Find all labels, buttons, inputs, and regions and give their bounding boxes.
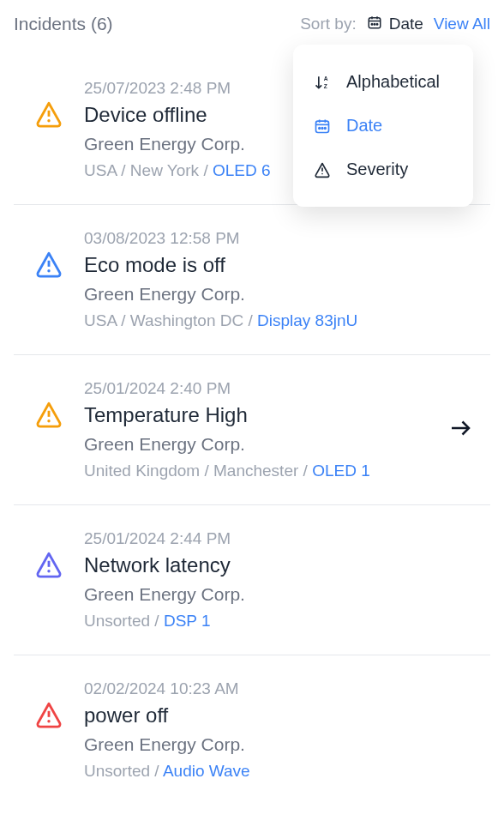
incident-company: Green Energy Corp. xyxy=(84,284,480,305)
page-title: Incidents (6) xyxy=(14,14,113,34)
incident-title: Eco mode is off xyxy=(84,253,480,277)
sort-by-label: Sort by: xyxy=(300,15,356,33)
device-link[interactable]: Audio Wave xyxy=(163,762,250,780)
incident-location: USA / Washington DC / Display 83jnU xyxy=(84,311,480,330)
svg-point-24 xyxy=(47,420,50,422)
incident-location: Unsorted / DSP 1 xyxy=(84,612,480,631)
calendar-icon xyxy=(314,118,333,135)
incident-row[interactable]: 03/08/2023 12:58 PM Eco mode is off Gree… xyxy=(14,205,490,355)
sort-option-severity[interactable]: Severity xyxy=(293,148,473,191)
dropdown-label: Alphabetical xyxy=(346,72,440,92)
svg-point-14 xyxy=(319,127,321,129)
severity-icon xyxy=(34,550,63,583)
svg-point-16 xyxy=(325,127,327,129)
device-link[interactable]: OLED 1 xyxy=(312,462,370,480)
svg-point-27 xyxy=(47,570,50,572)
header-actions: Sort by: Date View All xyxy=(300,15,490,34)
incident-company: Green Energy Corp. xyxy=(84,584,480,605)
location-path: USA / New York / xyxy=(84,161,213,179)
device-link[interactable]: OLED 6 xyxy=(213,161,271,179)
svg-point-18 xyxy=(321,172,323,174)
incident-content: 25/01/2024 2:40 PM Temperature High Gree… xyxy=(84,379,480,480)
svg-point-5 xyxy=(374,23,375,25)
incident-row[interactable]: 25/01/2024 2:44 PM Network latency Green… xyxy=(14,505,490,655)
sort-value: Date xyxy=(389,15,423,33)
incident-title: Network latency xyxy=(84,553,480,577)
incident-title: Temperature High xyxy=(84,403,480,427)
location-path: Unsorted / xyxy=(84,612,164,630)
incident-location: United Kingdom / Manchester / OLED 1 xyxy=(84,462,480,480)
incidents-header: Incidents (6) Sort by: Date View All xyxy=(14,14,490,34)
sort-dropdown: AZ Alphabetical Date Severity xyxy=(293,45,473,207)
incident-timestamp: 25/01/2024 2:40 PM xyxy=(84,379,480,398)
incident-timestamp: 25/01/2024 2:44 PM xyxy=(84,529,480,548)
svg-text:A: A xyxy=(324,75,328,81)
calendar-icon xyxy=(367,15,382,34)
sort-az-icon: AZ xyxy=(314,74,333,91)
svg-point-22 xyxy=(47,269,50,272)
severity-icon xyxy=(34,700,63,733)
incident-location: Unsorted / Audio Wave xyxy=(84,762,480,781)
device-link[interactable]: DSP 1 xyxy=(164,612,211,630)
location-path: Unsorted / xyxy=(84,762,163,780)
incident-content: 02/02/2024 10:23 AM power off Green Ener… xyxy=(84,679,480,781)
sort-option-alphabetical[interactable]: AZ Alphabetical xyxy=(293,60,473,104)
incident-content: 03/08/2023 12:58 PM Eco mode is off Gree… xyxy=(84,229,480,330)
severity-icon xyxy=(34,250,63,282)
svg-point-15 xyxy=(321,127,323,129)
severity-icon xyxy=(34,100,63,132)
dropdown-label: Severity xyxy=(346,160,408,179)
dropdown-label: Date xyxy=(346,116,382,136)
svg-point-6 xyxy=(376,23,378,25)
svg-point-20 xyxy=(47,119,50,122)
incident-company: Green Energy Corp. xyxy=(84,734,480,755)
svg-point-29 xyxy=(47,720,50,722)
location-path: United Kingdom / Manchester / xyxy=(84,462,312,480)
sort-button[interactable]: Date xyxy=(367,15,423,34)
svg-text:Z: Z xyxy=(324,82,327,88)
location-path: USA / Washington DC / xyxy=(84,311,257,329)
view-all-link[interactable]: View All xyxy=(434,15,490,33)
incident-row[interactable]: 02/02/2024 10:23 AM power off Green Ener… xyxy=(14,655,490,805)
arrow-right-icon[interactable] xyxy=(447,415,473,444)
svg-point-4 xyxy=(371,23,373,25)
incident-title: power off xyxy=(84,703,480,727)
incident-timestamp: 03/08/2023 12:58 PM xyxy=(84,229,480,248)
incident-content: 25/01/2024 2:44 PM Network latency Green… xyxy=(84,529,480,631)
device-link[interactable]: Display 83jnU xyxy=(257,311,357,329)
incident-row[interactable]: 25/01/2024 2:40 PM Temperature High Gree… xyxy=(14,355,490,505)
sort-option-date[interactable]: Date xyxy=(293,104,473,148)
severity-icon xyxy=(34,400,63,432)
incident-company: Green Energy Corp. xyxy=(84,434,480,455)
incident-timestamp: 02/02/2024 10:23 AM xyxy=(84,679,480,698)
warning-icon xyxy=(314,161,333,178)
